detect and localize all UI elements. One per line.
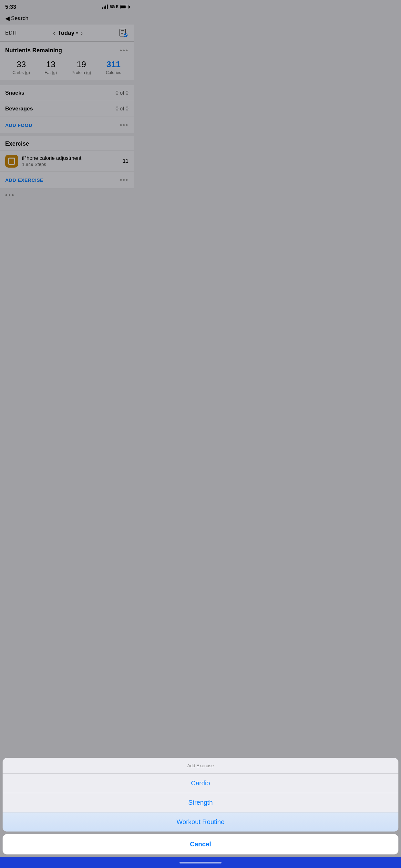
dim-overlay — [0, 0, 134, 289]
